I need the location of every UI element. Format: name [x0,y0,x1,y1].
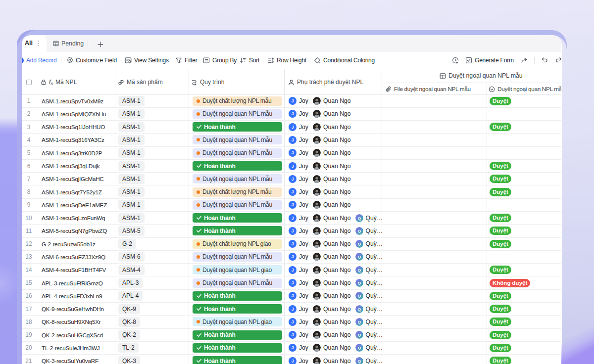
svg-text:Q: Q [357,255,360,259]
svg-text:Q: Q [357,281,360,285]
svg-text:Q: Q [357,229,360,233]
svg-text:Q: Q [357,307,360,312]
svg-text:Q: Q [357,320,360,324]
svg-text:Q: Q [357,359,360,364]
svg-text:Q: Q [357,333,360,337]
svg-text:Q: Q [357,242,360,246]
svg-text:Q: Q [357,346,360,350]
svg-text:Q: Q [357,216,360,221]
svg-text:Q: Q [357,294,360,298]
svg-text:Q: Q [357,268,360,273]
